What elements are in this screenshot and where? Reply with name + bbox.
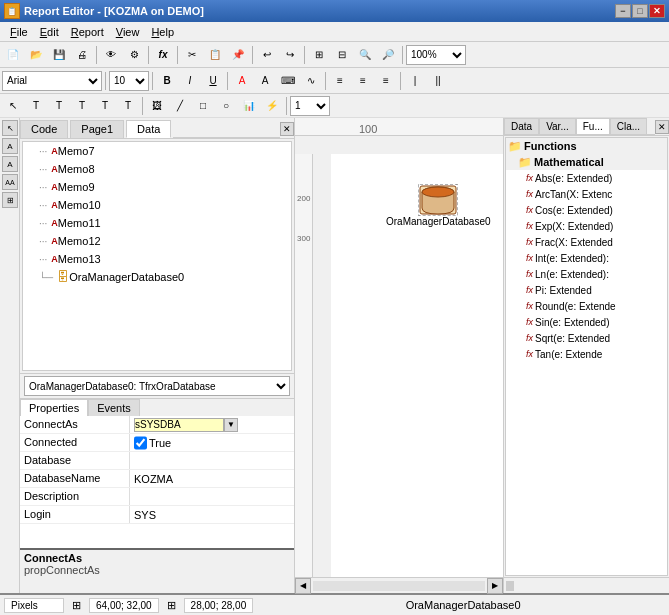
tb-underline[interactable]: U xyxy=(202,70,224,92)
prop-connectas[interactable]: ConnectAs ▼ xyxy=(20,416,294,434)
design-canvas[interactable]: OraManagerDatabase0 xyxy=(331,154,503,577)
tb-fx[interactable]: fx xyxy=(152,44,174,66)
sidebar-icon3[interactable]: AA xyxy=(2,174,18,190)
tb-align-left[interactable]: ≡ xyxy=(329,70,351,92)
tab-properties[interactable]: Properties xyxy=(20,399,88,416)
tab-events[interactable]: Events xyxy=(88,399,140,416)
tb-new[interactable]: 📄 xyxy=(2,44,24,66)
prop-value[interactable]: ▼ xyxy=(130,416,294,433)
prop-connected[interactable]: Connected True xyxy=(20,434,294,452)
tb-grid2[interactable]: ⊟ xyxy=(331,44,353,66)
hscroll-track[interactable] xyxy=(313,581,485,591)
tb-cut[interactable]: ✂ xyxy=(181,44,203,66)
tb-misc1[interactable]: ⌨ xyxy=(277,70,299,92)
page-combo[interactable]: 1 xyxy=(290,96,330,116)
font-size-combo[interactable]: 10 xyxy=(109,71,149,91)
tb3-t3[interactable]: T xyxy=(71,95,93,117)
prop-input-connectas[interactable] xyxy=(134,418,224,432)
prop-checkbox-connected[interactable] xyxy=(134,436,147,450)
tb-bar1[interactable]: | xyxy=(404,70,426,92)
tb-fontcolor[interactable]: A xyxy=(231,70,253,92)
tree-item-memo13[interactable]: ··· A Memo13 xyxy=(23,250,291,268)
tb-bold[interactable]: B xyxy=(156,70,178,92)
tb3-t4[interactable]: T xyxy=(94,95,116,117)
tab-code[interactable]: Code xyxy=(20,120,68,138)
hscroll-left[interactable]: ◀ xyxy=(295,578,311,594)
menu-file[interactable]: File xyxy=(4,24,34,40)
tree-item-memo8[interactable]: ··· A Memo8 xyxy=(23,160,291,178)
tree-item-db[interactable]: └─ 🗄 OraManagerDatabase0 xyxy=(23,268,291,286)
prop-database[interactable]: Database xyxy=(20,452,294,470)
tb-misc2[interactable]: ∿ xyxy=(300,70,322,92)
right-tab-cla[interactable]: Cla... xyxy=(610,118,647,134)
tb3-shape[interactable]: □ xyxy=(192,95,214,117)
sidebar-arrow[interactable]: ↖ xyxy=(2,120,18,136)
func-int[interactable]: fxInt(e: Extended): xyxy=(506,250,667,266)
func-abs[interactable]: fxAbs(e: Extended) xyxy=(506,170,667,186)
prop-dropdown-btn[interactable]: ▼ xyxy=(224,418,238,432)
tb-grid[interactable]: ⊞ xyxy=(308,44,330,66)
tab-data[interactable]: Data xyxy=(126,120,171,138)
tree-item-memo11[interactable]: ··· A Memo11 xyxy=(23,214,291,232)
tb-undo[interactable]: ↩ xyxy=(256,44,278,66)
func-pi[interactable]: fxPi: Extended xyxy=(506,282,667,298)
zoom-combo[interactable]: 100% xyxy=(406,45,466,65)
tb-zoom2[interactable]: 🔎 xyxy=(377,44,399,66)
tb-print[interactable]: 🖨 xyxy=(71,44,93,66)
tb-zoom[interactable]: 🔍 xyxy=(354,44,376,66)
prop-login[interactable]: Login SYS xyxy=(20,506,294,524)
tb3-line[interactable]: ╱ xyxy=(169,95,191,117)
tb3-img[interactable]: 🖼 xyxy=(146,95,168,117)
maximize-button[interactable]: □ xyxy=(632,4,648,18)
func-tan[interactable]: fxTan(e: Extende xyxy=(506,346,667,362)
db-component[interactable]: OraManagerDatabase0 xyxy=(386,184,491,227)
tb-save[interactable]: 💾 xyxy=(48,44,70,66)
prop-description[interactable]: Description xyxy=(20,488,294,506)
tb-italic[interactable]: I xyxy=(179,70,201,92)
tb-copy[interactable]: 📋 xyxy=(204,44,226,66)
menu-help[interactable]: Help xyxy=(145,24,180,40)
tb-preview[interactable]: 👁 xyxy=(100,44,122,66)
close-button[interactable]: ✕ xyxy=(649,4,665,18)
menu-report[interactable]: Report xyxy=(65,24,110,40)
func-arctan[interactable]: fxArcTan(X: Extenc xyxy=(506,186,667,202)
tb-align-center[interactable]: ≡ xyxy=(352,70,374,92)
func-sin[interactable]: fxSin(e: Extended) xyxy=(506,314,667,330)
tb3-misc[interactable]: ⚡ xyxy=(261,95,283,117)
func-frac[interactable]: fxFrac(X: Extended xyxy=(506,234,667,250)
tree-item-memo12[interactable]: ··· A Memo12 xyxy=(23,232,291,250)
tb-redo[interactable]: ↪ xyxy=(279,44,301,66)
tb3-t2[interactable]: T xyxy=(48,95,70,117)
font-name-combo[interactable]: Arial xyxy=(2,71,102,91)
right-tab-fu[interactable]: Fu... xyxy=(576,118,610,134)
tb3-arrow[interactable]: ↖ xyxy=(2,95,24,117)
func-sqrt[interactable]: fxSqrt(e: Extended xyxy=(506,330,667,346)
minimize-button[interactable]: − xyxy=(615,4,631,18)
right-tab-var[interactable]: Var... xyxy=(539,118,576,134)
tb-highlight[interactable]: A xyxy=(254,70,276,92)
tb-open[interactable]: 📂 xyxy=(25,44,47,66)
func-cos[interactable]: fxCos(e: Extended) xyxy=(506,202,667,218)
hscroll-right[interactable]: ▶ xyxy=(487,578,503,594)
tab-page1[interactable]: Page1 xyxy=(70,120,124,138)
tb-settings[interactable]: ⚙ xyxy=(123,44,145,66)
sidebar-icon4[interactable]: ⊞ xyxy=(2,192,18,208)
tb3-ellipse[interactable]: ○ xyxy=(215,95,237,117)
tree-item-memo7[interactable]: ··· A Memo7 xyxy=(23,142,291,160)
func-ln[interactable]: fxLn(e: Extended): xyxy=(506,266,667,282)
menu-view[interactable]: View xyxy=(110,24,146,40)
tree-item-memo10[interactable]: ··· A Memo10 xyxy=(23,196,291,214)
component-selector[interactable]: OraManagerDatabase0: TfrxOraDatabase xyxy=(24,376,290,396)
func-round[interactable]: fxRound(e: Extende xyxy=(506,298,667,314)
tb3-chart[interactable]: 📊 xyxy=(238,95,260,117)
tree-close-btn[interactable]: ✕ xyxy=(280,122,294,136)
sidebar-icon1[interactable]: A xyxy=(2,138,18,154)
tb3-t5[interactable]: T xyxy=(117,95,139,117)
tree-item-memo9[interactable]: ··· A Memo9 xyxy=(23,178,291,196)
tb-align-right[interactable]: ≡ xyxy=(375,70,397,92)
prop-databasename[interactable]: DatabaseName KOZMA xyxy=(20,470,294,488)
menu-edit[interactable]: Edit xyxy=(34,24,65,40)
right-tab-data[interactable]: Data xyxy=(504,118,539,134)
tb-bar2[interactable]: || xyxy=(427,70,449,92)
func-exp[interactable]: fxExp(X: Extended) xyxy=(506,218,667,234)
